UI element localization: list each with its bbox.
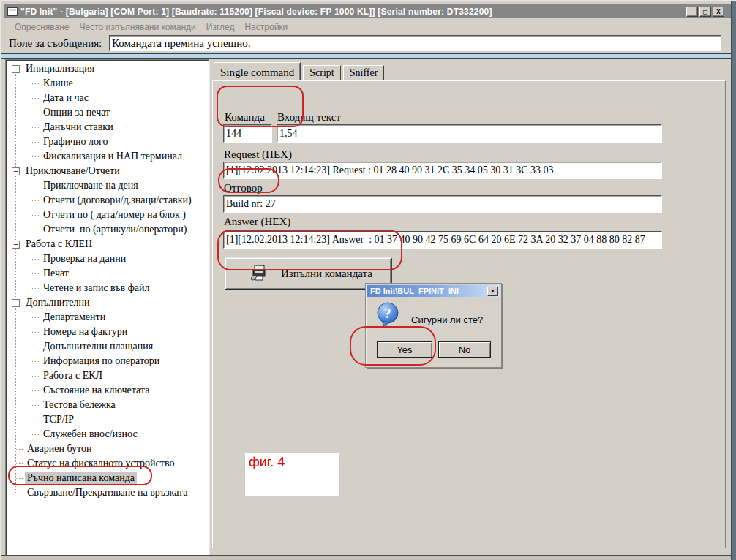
tree-item[interactable]: Отчети по (артикули/оператори) [7,222,207,237]
title-bar: "FD Init" - [Bulgaria] [COM Port: 1] [Ba… [4,4,732,18]
tree-item-label: Авариен бутон [25,443,94,455]
input-text-label: Входящ текст [277,111,341,124]
tree-item[interactable]: −Инициализация [7,61,207,76]
answer-hex-field[interactable]: [1][12.02.2013 12:14:23] Answer : 01 37 … [223,231,662,249]
tree-item-label: Клише [41,77,75,89]
tree-item-label: Инициализация [23,63,97,75]
response-field[interactable]: Build nr: 27 [223,195,662,213]
tree-item[interactable]: Ръчно написана команда [7,471,207,485]
dialog-message: Сигурни ли сте? [411,314,483,325]
tree-item-label: Състояние на ключетата [41,385,151,396]
tree-item[interactable]: Работа с ЕКЛ [7,368,207,383]
tree-item[interactable]: Проверка на данни [7,251,207,266]
horizontal-splitter [1,53,736,59]
tree-item[interactable]: Номера на фактури [7,325,207,339]
tab-sniffer[interactable]: Sniffer [343,65,385,81]
tree-item-label: Фискализация и НАП терминал [41,151,184,162]
tree-view: −ИнициализацияКлишеДата и часОпции за пе… [7,61,207,553]
tree-item-label: Служебен внос/износ [41,428,140,440]
collapse-icon[interactable]: − [12,299,20,307]
tree-item-label: Дата и час [41,92,91,104]
tree-item-label: Приключване на деня [41,180,140,192]
tree-item-label: Допълнителни [23,297,92,309]
tree-item[interactable]: Опции за печат [7,105,207,120]
tree-item-label: Отчети по (артикули/оператори) [41,224,189,235]
tree-item-label: Проверка на данни [41,253,128,265]
tree-item-label: TCP/IP [41,414,76,425]
tree-item[interactable]: TCP/IP [7,412,207,427]
tree-item[interactable]: Фискализация и НАП терминал [7,149,207,164]
tree-item[interactable]: Допълнителни плащания [7,339,207,354]
tab-strip: Single commandScriptSniffer [214,62,386,81]
window-edge-bottom [1,555,736,560]
tree-item[interactable]: Печат [7,266,207,281]
tree-item[interactable]: Тестова бележка [7,398,207,412]
tree-item-label: Печат [41,268,71,279]
tree-item-label: Допълнителни плащания [41,341,155,352]
dialog-title-bar[interactable]: FD Init\BUL_FPINIT_INI × [367,285,500,297]
menu-item-3[interactable]: Настройки [244,22,288,32]
tree-item[interactable]: Отчети по ( дата/номер на блок ) [7,208,207,222]
tree-item-label: Данъчни ставки [41,121,116,133]
tree-item-label: Графично лого [41,136,110,148]
collapse-icon[interactable]: − [12,65,20,73]
menu-item-1[interactable]: Често изпълнявани команди [80,22,196,32]
request-hex-field[interactable]: [1][12.02.2013 12:14:23] Request : 01 28… [223,162,662,179]
tree-item[interactable]: Състояние на ключетата [7,383,207,398]
menu-item-0[interactable]: Опресняване [15,22,70,32]
tree-item-label: Опции за печат [41,107,112,118]
figure-caption-box: фиг. 4 [245,453,339,496]
tree-item-label: Ръчно написана команда [25,472,137,484]
no-button[interactable]: No [438,341,491,358]
tree-item[interactable]: Статус на фискалното устройство [7,456,207,471]
minimize-button[interactable]: _ [686,7,698,17]
message-bar: Поле за съобщения: Командата премина усп… [1,34,736,53]
collapse-icon[interactable]: − [12,167,20,175]
dialog-close-icon[interactable]: × [487,287,498,296]
app-window: "FD Init" - [Bulgaria] [COM Port: 1] [Ba… [0,0,736,560]
message-field[interactable]: Командата премина успешно. [109,35,721,51]
window-edge-right [731,1,736,560]
message-field-label: Поле за съобщения: [9,37,102,50]
yes-button[interactable]: Yes [377,341,432,358]
confirm-dialog: FD Init\BUL_FPINIT_INI × ? Сигурни ли ст… [365,283,502,368]
tree-item-label: Отчети по ( дата/номер на блок ) [41,209,188,221]
tree-item-label: Свързване/Прекратяване на връзката [25,487,190,499]
collapse-icon[interactable]: − [12,241,20,249]
input-text-input[interactable]: 1,54 [277,124,662,143]
answer-hex-label: Answer (HEX) [224,216,290,228]
menu-item-2[interactable]: Изглед [206,22,235,32]
navigation-tree-panel: −ИнициализацияКлишеДата и часОпции за пе… [5,59,209,556]
close-button[interactable]: X [713,7,724,17]
tree-item[interactable]: Департаменти [7,310,207,325]
menu-bar: ОпресняванеЧесто изпълнявани командиИзгл… [4,20,732,34]
tree-item-label: Номера на фактури [41,326,129,338]
dialog-title: FD Init\BUL_FPINIT_INI [370,287,487,295]
tree-item[interactable]: Графично лого [7,135,207,149]
maximize-button[interactable]: □ [699,7,711,17]
tree-item[interactable]: Данъчни ставки [7,120,207,135]
tree-item[interactable]: −Приключване/Отчети [7,164,207,178]
tab-script[interactable]: Script [303,65,340,81]
tree-item[interactable]: Авариен бутон [7,442,207,456]
tree-item-label: Тестова бележка [41,399,118,411]
tree-item-label: Работа с КЛЕН [23,238,94,250]
response-label: Отговор [224,182,263,194]
tree-item[interactable]: Приключване на деня [7,178,207,193]
execute-command-label: Изпълни командата [281,268,372,280]
tree-item[interactable]: Свързване/Прекратяване на връзката [7,485,207,500]
request-hex-label: Request (HEX) [224,148,292,161]
tree-item[interactable]: Дата и час [7,91,207,105]
command-input[interactable]: 144 [223,124,272,143]
tree-item[interactable]: Клише [7,76,207,91]
tree-item[interactable]: Четене и запис във файл [7,281,207,295]
tree-item[interactable]: −Допълнителни [7,295,207,310]
tree-item[interactable]: Отчети (договори/д.знаци/ставки) [7,193,207,208]
app-icon [7,7,18,16]
tree-item[interactable]: Информация по оператори [7,354,207,368]
tree-item[interactable]: −Работа с КЛЕН [7,237,207,251]
tree-item-label: Приключване/Отчети [23,165,122,177]
tab-single-command[interactable]: Single command [214,62,301,81]
tree-item-label: Информация по оператори [41,355,162,367]
tree-item[interactable]: Служебен внос/износ [7,427,207,442]
